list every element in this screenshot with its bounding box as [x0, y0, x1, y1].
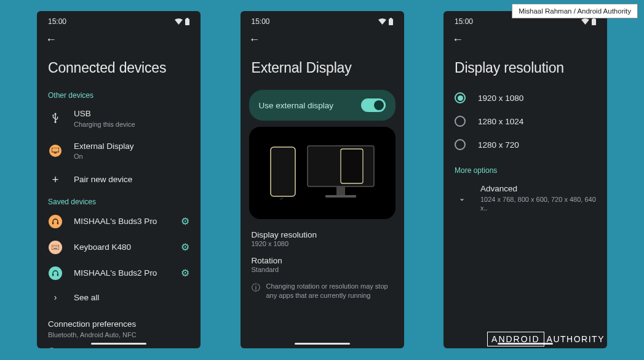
- switch-on[interactable]: [361, 98, 386, 112]
- radio-selected[interactable]: [455, 92, 466, 103]
- toggle-label: Use external display: [259, 101, 334, 110]
- toggle-use-external[interactable]: Use external display: [249, 90, 396, 121]
- svg-rect-18: [336, 186, 345, 195]
- svg-point-9: [54, 246, 55, 247]
- svg-rect-6: [52, 245, 59, 250]
- chevron-down-icon: ⌄: [455, 194, 469, 202]
- item-title: USB: [74, 108, 189, 119]
- status-time: 15:00: [252, 17, 270, 26]
- gear-icon[interactable]: ⚙: [181, 215, 189, 227]
- radio-label: 1280 x 1024: [478, 117, 523, 126]
- setting-title: Rotation: [252, 256, 393, 265]
- illustration-monitor-icon: [307, 145, 375, 201]
- svg-rect-16: [271, 147, 295, 196]
- battery-icon: [185, 18, 189, 25]
- back-button[interactable]: ←: [46, 33, 57, 46]
- section-saved-devices: Saved devices: [37, 193, 201, 209]
- radio-option-2[interactable]: 1280 x 720: [443, 133, 607, 156]
- watermark-box: ANDROID: [487, 332, 544, 346]
- item-see-all[interactable]: › See all: [37, 286, 201, 310]
- item-title: Pair new device: [74, 174, 189, 185]
- wifi-icon: [175, 18, 183, 25]
- phone-connected-devices: 15:00 ← Connected devices Other devices …: [37, 11, 201, 348]
- warning-text: Changing rotation or resolution may stop…: [266, 282, 393, 300]
- device-label: Keyboard K480: [74, 242, 176, 253]
- chevron-right-icon: ›: [48, 292, 63, 302]
- device-label: MISHAAL's Buds3 Pro: [74, 216, 176, 227]
- back-button[interactable]: ←: [249, 33, 260, 46]
- nav-pill[interactable]: [295, 343, 350, 345]
- external-display-illustration: [249, 127, 396, 219]
- wifi-icon: [581, 18, 589, 25]
- gear-icon[interactable]: ⚙: [181, 241, 189, 253]
- svg-rect-12: [52, 274, 54, 276]
- usb-icon: [48, 113, 63, 124]
- item-sub: On: [74, 152, 189, 161]
- radio-unselected[interactable]: [455, 116, 466, 127]
- svg-rect-2: [52, 148, 59, 152]
- item-title: External Display: [74, 141, 189, 152]
- back-button[interactable]: ←: [452, 33, 463, 46]
- status-time: 15:00: [48, 17, 66, 26]
- illustration-phone-icon: [270, 146, 296, 199]
- svg-point-10: [56, 246, 57, 247]
- section-other-devices: Other devices: [37, 86, 201, 102]
- prefs-title: Connection preferences: [48, 319, 189, 330]
- watermark-rest: AUTHORITY: [547, 334, 605, 344]
- page-title: Connected devices: [37, 47, 201, 86]
- svg-rect-5: [57, 222, 58, 225]
- svg-rect-21: [592, 19, 596, 26]
- battery-icon: [389, 18, 393, 25]
- status-time: 15:00: [455, 17, 473, 26]
- headphones-icon: [49, 215, 62, 228]
- radio-option-1[interactable]: 1280 x 1024: [443, 110, 607, 133]
- setting-title: Display resolution: [252, 230, 393, 239]
- page-title: External Display: [241, 47, 404, 86]
- page-title: Display resolution: [443, 47, 607, 86]
- item-external-display[interactable]: External Display On: [37, 135, 201, 167]
- monitor-icon: [48, 145, 63, 157]
- gear-icon[interactable]: ⚙: [181, 267, 189, 279]
- svg-rect-20: [341, 149, 363, 183]
- item-connection-prefs[interactable]: Connection preferences Bluetooth, Androi…: [37, 311, 201, 344]
- section-more-options: More options: [443, 156, 607, 177]
- status-bar: 15:00: [241, 11, 404, 30]
- setting-resolution[interactable]: Display resolution 1920 x 1080: [241, 224, 404, 250]
- advanced-title: Advanced: [480, 183, 596, 194]
- item-usb[interactable]: USB Charging this device: [37, 102, 201, 135]
- item-advanced[interactable]: ⌄ Advanced 1024 x 768, 800 x 600, 720 x …: [443, 177, 607, 218]
- battery-icon: [592, 18, 596, 25]
- saved-device-keyboard[interactable]: Keyboard K480 ⚙: [37, 234, 201, 260]
- svg-rect-1: [186, 18, 188, 19]
- svg-rect-13: [57, 274, 58, 276]
- wifi-icon: [378, 18, 386, 25]
- svg-rect-19: [325, 195, 356, 198]
- watermark: ANDROIDAUTHORITY: [487, 334, 605, 344]
- radio-option-0[interactable]: 1920 x 1080: [443, 86, 607, 110]
- prefs-sub: Bluetooth, Android Auto, NFC: [48, 330, 189, 339]
- saved-device-buds2[interactable]: MISHAAL's Buds2 Pro ⚙: [37, 260, 201, 286]
- info-icon: ⓘ: [252, 282, 260, 294]
- saved-device-buds3[interactable]: MISHAAL's Buds3 Pro ⚙: [37, 209, 201, 234]
- svg-rect-0: [185, 19, 189, 26]
- headphones-icon: [49, 266, 62, 280]
- nav-pill[interactable]: [91, 343, 146, 345]
- svg-point-8: [53, 246, 54, 247]
- item-sub: Charging this device: [74, 120, 189, 129]
- setting-value: 1920 x 1080: [252, 240, 393, 247]
- status-icons: [175, 18, 189, 25]
- radio-label: 1920 x 1080: [478, 94, 523, 103]
- setting-value: Standard: [252, 266, 393, 273]
- plus-icon: +: [48, 174, 63, 186]
- svg-point-11: [57, 246, 58, 247]
- status-bar: 15:00: [37, 11, 201, 30]
- radio-label: 1280 x 720: [478, 140, 519, 150]
- image-caption: Mishaal Rahman / Android Authority: [512, 4, 638, 18]
- advanced-sub: 1024 x 768, 800 x 600, 720 x 480, 640 x.…: [480, 195, 596, 213]
- phone-external-display: 15:00 ← External Display Use external di…: [241, 11, 404, 348]
- setting-rotation[interactable]: Rotation Standard: [241, 250, 404, 276]
- svg-rect-14: [389, 19, 393, 26]
- info-icon: ⓘ: [37, 344, 201, 348]
- item-pair-device[interactable]: + Pair new device: [37, 167, 201, 193]
- radio-unselected[interactable]: [455, 139, 466, 150]
